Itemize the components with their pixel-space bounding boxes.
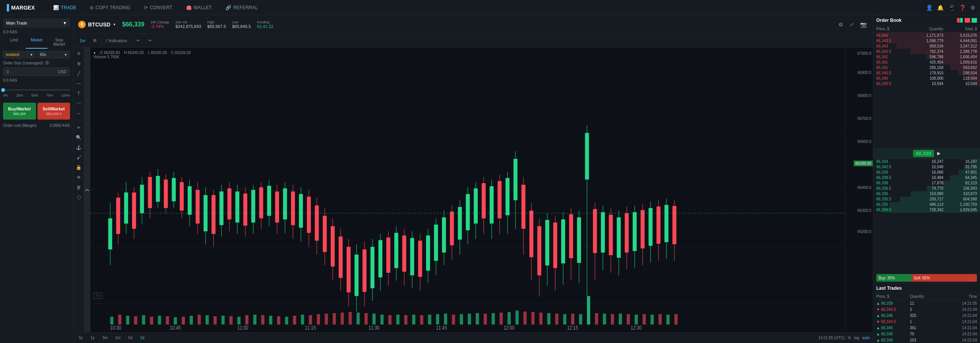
orderbook-bid-row[interactable]: 66,338.5 16,484 64,345 (873, 175, 980, 181)
scale-pct[interactable]: % (848, 336, 851, 340)
orderbook-bid-row[interactable]: 66,342.5 15,548 31,795 (873, 164, 980, 170)
tf-5y[interactable]: 5y (77, 335, 85, 341)
draw-divider (75, 120, 83, 121)
scale-auto[interactable]: auto (862, 336, 870, 340)
svg-rect-112 (529, 211, 533, 258)
panel-collapse-btn[interactable]: ❮ (84, 48, 90, 332)
orderbook-bid-row[interactable]: 66,335.5 293,717 604,590 (873, 197, 980, 202)
toolbar-indicators-btn[interactable]: 𝑓 Indicators (103, 36, 130, 44)
svg-rect-46 (267, 186, 271, 216)
tf-1m[interactable]: 1m (113, 335, 123, 341)
measure-tool-btn[interactable]: ↔ (74, 109, 83, 118)
orderbook-ask-row[interactable]: 66,344 1,171,673 5,615,076 (873, 33, 980, 38)
trade-time: 14:21:04 (943, 338, 977, 342)
mode-selector[interactable]: Isolated ▼ (3, 51, 36, 58)
logo-text: MARGEX (11, 5, 34, 11)
nav-copy-trading[interactable]: ⧉ COPY TRADING (87, 3, 133, 12)
line-tool-btn[interactable]: ╱ (74, 69, 83, 78)
svg-rect-6 (108, 218, 112, 249)
svg-rect-173 (293, 316, 296, 325)
star-tool-btn[interactable]: ⬡ (74, 193, 83, 202)
toolbar-multi-timeframe-btn[interactable]: ⊞ (90, 36, 100, 44)
svg-rect-195 (468, 313, 471, 324)
toolbar-1m-btn[interactable]: 1m (77, 37, 88, 44)
tab-stop-market[interactable]: Stop Market (48, 36, 70, 49)
chart-area: ₿ BTCUSD ▼ $66,339 24h Change -3.74% 24h… (74, 15, 873, 343)
orderbook-ask-row[interactable]: 66,339.5 10,594 10,594 (873, 81, 980, 86)
ob-view-bids[interactable] (972, 18, 977, 23)
ob-view-both[interactable] (957, 18, 963, 23)
tf-5d[interactable]: 5d (126, 335, 135, 341)
chart-screenshot-btn[interactable]: 📷 (859, 20, 868, 29)
trade-time: 14:21:05 (943, 301, 977, 305)
orderbook-ask-row[interactable]: 66,340 108,000 118,594 (873, 75, 980, 81)
sell-button[interactable]: Sell/Market $66,339.5 (38, 103, 70, 120)
orderbook-ask-row[interactable]: 66,340.5 179,910 298,504 (873, 70, 980, 75)
tab-market[interactable]: Market (26, 36, 47, 49)
eye-tool-btn[interactable]: 👁 (74, 173, 83, 182)
orderbook-bid-row[interactable]: 66,336.5 74,770 156,993 (873, 186, 980, 191)
account-selector[interactable]: Main Trade ▼ (3, 18, 70, 28)
anchor-tool-btn[interactable]: ⚓ (74, 143, 83, 152)
mobile-icon[interactable]: 📱 (948, 5, 955, 11)
orderbook-bid-row[interactable]: 66,336 153,880 310,873 (873, 191, 980, 197)
pair-selector[interactable]: ₿ BTCUSD ▼ (78, 21, 116, 28)
orderbook-bid-row[interactable]: 66,339 16,066 47,861 (873, 170, 980, 175)
settings-icon[interactable]: ⚙ (970, 5, 975, 11)
orderbook-ask-row[interactable]: 66,343.5 1,096,779 4,444,091 (873, 38, 980, 43)
orderbook-bid-row[interactable]: 66,343 16,247 16,247 (873, 159, 980, 164)
tf-3m[interactable]: 3m (100, 335, 110, 341)
trade-price: ▲ 66,345 (876, 332, 910, 336)
leverage-slider[interactable]: 0% 25% 50% 75% 100% (3, 85, 70, 99)
crosshair-tool-btn[interactable]: ⊕ (74, 59, 83, 68)
orderbook-ask-row[interactable]: 66,343 958,534 3,347,312 (873, 43, 980, 49)
text-tool-btn[interactable]: T (74, 89, 83, 98)
nav-trade[interactable]: 📊 TRADE (50, 3, 80, 12)
leverage-selector[interactable]: 60x ▼ (38, 51, 70, 58)
orderbook-ask-row[interactable]: 66,341 285,158 583,662 (873, 65, 980, 70)
chart-canvas[interactable]: ● O 66335.50 H 66345.00 L 66335.00 C 663… (90, 48, 845, 332)
orderbook-bid-row[interactable]: 66,334.5 728,342 1,829,045 (873, 207, 980, 213)
pencil-tool-btn[interactable]: ✏ (74, 123, 83, 132)
cursor-tool-btn[interactable]: ✛ (74, 49, 83, 58)
tf-1d[interactable]: 1d (138, 335, 147, 341)
scale-log[interactable]: log (854, 336, 859, 340)
orderbook-ask-row[interactable]: 66,341 425,954 1,009,616 (873, 59, 980, 65)
fib-tool-btn[interactable]: 〰 (74, 99, 83, 108)
orderbook-bid-row[interactable]: 66,335 496,113 1,100,703 (873, 202, 980, 207)
slider-thumb[interactable] (1, 88, 5, 92)
nav-referral[interactable]: 🔗 REFERRAL (222, 3, 261, 12)
order-size-input[interactable]: 0 USD (3, 67, 70, 76)
chart-settings-btn[interactable]: ⚙ (837, 20, 845, 29)
orderbook-ask-row[interactable]: 66,342.5 782,374 2,388,778 (873, 49, 980, 54)
profile-icon[interactable]: 👤 (926, 5, 933, 11)
orderbook-bid-row[interactable]: 66,338 17,878 82,223 (873, 181, 980, 186)
tab-limit[interactable]: Limit (3, 36, 25, 49)
lock-tool-btn[interactable]: 🔒 (74, 163, 83, 172)
trades-time-header: Time (943, 294, 977, 299)
chart-fullscreen-btn[interactable]: ⤢ (848, 20, 856, 29)
account-name: Main Trade (6, 21, 27, 25)
help-icon[interactable]: ❓ (959, 5, 966, 11)
svg-rect-151 (118, 315, 121, 325)
pair-name: BTCUSD (88, 21, 110, 28)
zoom-tool-btn[interactable]: 🔍 (74, 133, 83, 142)
orderbook-ask-row[interactable]: 66,342 596,788 1,606,404 (873, 54, 980, 59)
horizontal-line-btn[interactable]: — (74, 79, 83, 88)
buy-button[interactable]: Buy/Market $66,339 (3, 103, 36, 120)
svg-rect-134 (617, 217, 621, 258)
svg-rect-136 (625, 213, 629, 253)
toolbar-undo-btn[interactable]: ↩ (134, 36, 143, 44)
brush-tool-btn[interactable]: 🖌 (74, 153, 83, 162)
toolbar-redo-btn[interactable]: ↪ (145, 36, 154, 44)
ob-view-asks[interactable] (965, 18, 970, 23)
nav-wallet[interactable]: 👛 WALLET (183, 3, 215, 12)
ob-spread: 66,339 ▶ (873, 148, 980, 159)
info-icon: ? (45, 61, 49, 65)
bell-icon[interactable]: 🔔 (937, 5, 944, 11)
tf-1y[interactable]: 1y (88, 335, 97, 341)
nav-convert[interactable]: ⟳ CONVERT (141, 3, 175, 12)
svg-rect-48 (275, 192, 279, 223)
trash-tool-btn[interactable]: 🗑 (74, 183, 83, 192)
svg-rect-70 (363, 249, 366, 292)
